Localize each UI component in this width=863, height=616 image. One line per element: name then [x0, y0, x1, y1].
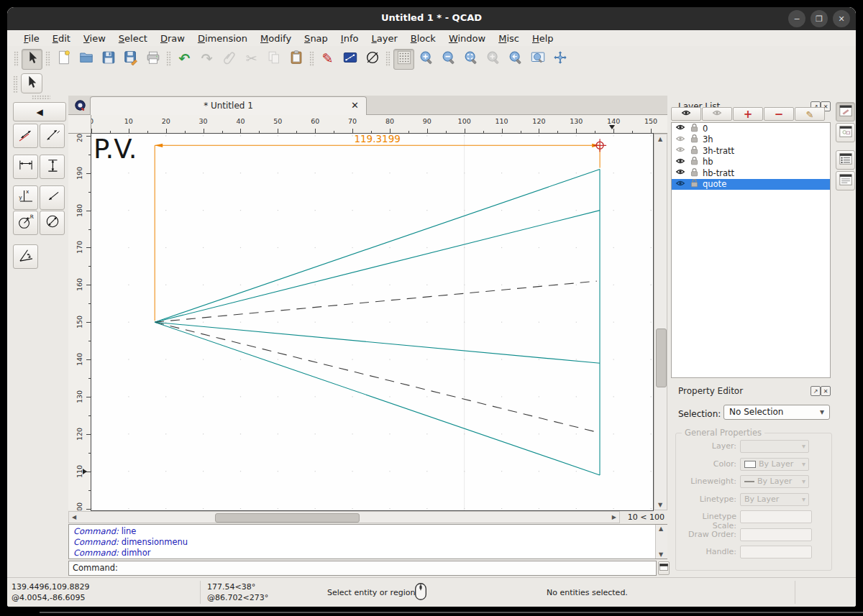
- remove-layer-button[interactable]: −: [764, 107, 794, 121]
- menu-select[interactable]: Select: [112, 32, 154, 45]
- vscroll-thumb[interactable]: [656, 328, 667, 387]
- zoom-out-button[interactable]: [438, 49, 459, 70]
- pan-button[interactable]: [549, 49, 570, 70]
- scroll-up-icon[interactable]: ▲: [658, 136, 662, 142]
- horizontal-scrollbar[interactable]: ◀ ▶: [68, 511, 620, 523]
- dimension-diametric-button[interactable]: [40, 211, 65, 235]
- show-all-layers-button[interactable]: [671, 107, 701, 121]
- scroll-up-icon[interactable]: ▲: [659, 525, 663, 532]
- toggle-property-editor-button[interactable]: [836, 102, 855, 121]
- drawing-canvas[interactable]: 119.3199P.V.: [91, 133, 654, 511]
- layer-visibility-icon[interactable]: [675, 122, 686, 134]
- dim-horizontal-icon: [17, 156, 35, 178]
- application-preferences-button[interactable]: [339, 49, 360, 70]
- undo-button[interactable]: ↶: [174, 49, 195, 70]
- layer-row-hb[interactable]: hb: [672, 157, 830, 168]
- grid-toggle-button[interactable]: [393, 49, 414, 70]
- dimension-leader-button[interactable]: [40, 185, 65, 210]
- dimension-radial-button[interactable]: R: [13, 211, 38, 235]
- menu-draw[interactable]: Draw: [154, 32, 191, 45]
- minimize-icon[interactable]: ─: [788, 10, 805, 27]
- scroll-left-icon[interactable]: ◀: [72, 514, 76, 520]
- print-button[interactable]: [142, 49, 163, 70]
- menu-snap[interactable]: Snap: [298, 32, 334, 45]
- dimension-horizontal-button[interactable]: [13, 155, 38, 179]
- zoom-window-button[interactable]: [527, 49, 548, 70]
- dimension-aligned-button[interactable]: [13, 124, 38, 148]
- save-as-button[interactable]: [120, 49, 141, 70]
- vertical-scrollbar[interactable]: ▲ ▼: [654, 134, 667, 510]
- lock-icon[interactable]: [690, 178, 699, 190]
- layer-row-hb-tratt[interactable]: hb-tratt: [672, 167, 830, 179]
- toggle-layer-list-button[interactable]: [836, 150, 855, 170]
- menu-help[interactable]: Help: [526, 32, 560, 45]
- lock-icon[interactable]: [690, 145, 699, 157]
- dimension-ordinate-button[interactable]: xy: [13, 185, 38, 210]
- dimension-rotated-button[interactable]: [40, 124, 65, 148]
- add-layer-button[interactable]: +: [733, 107, 763, 121]
- selection-options-button[interactable]: [21, 73, 42, 93]
- menu-window[interactable]: Window: [442, 32, 492, 45]
- disable-restrictions-button[interactable]: [362, 49, 383, 70]
- new-file-button[interactable]: [53, 49, 74, 70]
- previous-view-button[interactable]: [505, 49, 526, 70]
- lock-icon[interactable]: [690, 156, 699, 167]
- menu-layer[interactable]: Layer: [365, 32, 403, 45]
- titlebar[interactable]: Untitled 1 * - QCAD ─ ❐ ✕: [7, 7, 856, 30]
- command-history[interactable]: Command: lineCommand: dimensionmenuComma…: [68, 524, 667, 559]
- lock-icon[interactable]: [690, 123, 699, 134]
- toolbar-grip[interactable]: [13, 75, 18, 93]
- layer-visibility-icon[interactable]: [675, 178, 686, 190]
- paste-button[interactable]: [286, 49, 306, 70]
- auto-zoom-button[interactable]: [460, 49, 481, 70]
- layer-visibility-icon[interactable]: [675, 144, 686, 157]
- toggle-library-browser-button[interactable]: [836, 171, 855, 190]
- maximize-icon[interactable]: ❐: [811, 10, 828, 27]
- command-row: Command:: [68, 561, 657, 576]
- layer-row-3h[interactable]: 3h: [672, 134, 830, 146]
- layer-visibility-icon[interactable]: [675, 167, 686, 179]
- scroll-right-icon[interactable]: ▶: [612, 514, 616, 520]
- menu-file[interactable]: File: [17, 32, 46, 45]
- toolbar-grip[interactable]: [14, 51, 19, 67]
- cut-button: ✂: [241, 49, 262, 70]
- toggle-block-list-button[interactable]: [836, 123, 855, 142]
- command-input[interactable]: [118, 561, 656, 575]
- menu-misc[interactable]: Misc: [492, 32, 526, 45]
- close-panel-icon[interactable]: ✕: [821, 386, 831, 396]
- menu-view[interactable]: View: [77, 32, 112, 45]
- menu-modify[interactable]: Modify: [254, 32, 298, 45]
- menu-info[interactable]: Info: [334, 32, 365, 45]
- layer-row-3h-tratt[interactable]: 3h-tratt: [672, 145, 830, 157]
- draw-settings-button[interactable]: ✎: [317, 49, 338, 70]
- tab-close-icon[interactable]: ✕: [351, 100, 359, 111]
- float-panel-icon[interactable]: ↗: [811, 386, 821, 396]
- dimension-vertical-button[interactable]: [40, 155, 65, 179]
- menu-dimension[interactable]: Dimension: [191, 32, 254, 45]
- layer-visibility-icon[interactable]: [675, 134, 686, 146]
- close-icon[interactable]: ✕: [833, 10, 850, 27]
- lock-icon[interactable]: [690, 134, 699, 145]
- layer-row-quote[interactable]: quote: [672, 179, 830, 190]
- selection-dropdown[interactable]: No Selection ▾: [723, 405, 830, 420]
- selection-tool-button[interactable]: [22, 49, 42, 70]
- dimension-dock-grip[interactable]: [32, 95, 50, 99]
- scroll-down-icon[interactable]: ▼: [658, 502, 662, 508]
- scroll-down-icon[interactable]: ▼: [659, 551, 663, 558]
- lock-icon[interactable]: [690, 167, 699, 179]
- layer-row-0[interactable]: 0: [672, 123, 830, 134]
- zoom-in-button[interactable]: [416, 49, 437, 70]
- layer-visibility-icon[interactable]: [675, 156, 686, 168]
- menu-block[interactable]: Block: [404, 32, 442, 45]
- back-button[interactable]: ◀: [13, 102, 66, 121]
- hide-all-layers-button[interactable]: [702, 107, 732, 121]
- hscroll-thumb[interactable]: [215, 513, 360, 523]
- open-file-button[interactable]: [76, 49, 96, 70]
- save-button[interactable]: [98, 49, 119, 70]
- dimension-angular-button[interactable]: [13, 244, 38, 269]
- tab-untitled-1[interactable]: * Untitled 1 ✕: [90, 96, 367, 115]
- command-window-toggle[interactable]: [658, 561, 670, 575]
- edit-layer-button[interactable]: ✎: [795, 107, 825, 121]
- menu-edit[interactable]: Edit: [46, 32, 77, 45]
- command-history-scrollbar[interactable]: ▲ ▼: [655, 525, 667, 558]
